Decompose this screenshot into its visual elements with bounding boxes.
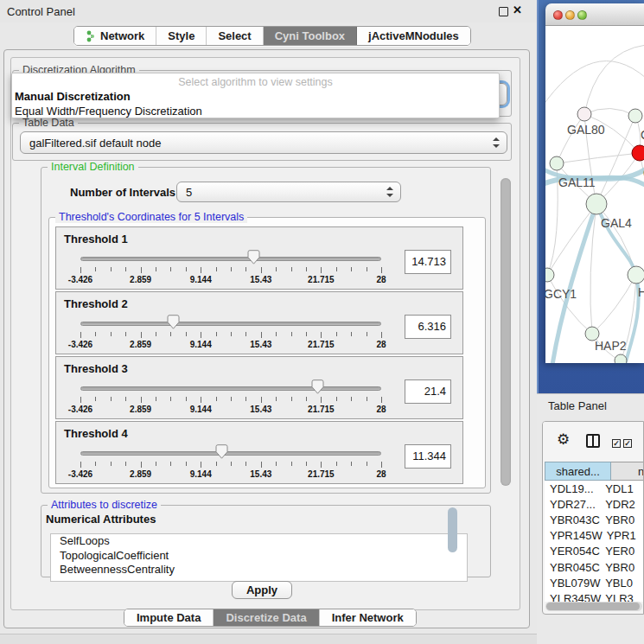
slider-tick — [125, 397, 126, 401]
close-traffic-light-icon[interactable] — [553, 10, 563, 20]
threshold-block-1: Threshold 1-3.4262.8599.14415.4321.71528… — [55, 226, 463, 290]
network-node-gal11[interactable] — [550, 156, 564, 170]
slider-tick-label: 2.859 — [130, 340, 151, 349]
threshold-value-field[interactable]: 21.4 — [405, 379, 451, 404]
slider-tick — [367, 267, 367, 271]
slider-tick — [80, 332, 81, 338]
attribute-list-item[interactable]: BetweennessCentrality — [51, 563, 467, 577]
slider-tick — [381, 397, 382, 403]
cell-name[interactable]: YPR1 — [603, 529, 644, 542]
float-icon[interactable] — [499, 7, 508, 16]
apply-button[interactable]: Apply — [232, 581, 292, 599]
slider-thumb[interactable] — [247, 250, 260, 265]
table-data-combobox[interactable]: galFiltered.sif default node — [20, 131, 507, 154]
table-row[interactable]: YBR043CYBR0 — [545, 512, 644, 527]
threshold-value-field[interactable]: 14.713 — [405, 250, 451, 274]
tab-cyni-toolbox[interactable]: Cyni Toolbox — [264, 27, 357, 45]
slider-tick-label: 2.859 — [130, 275, 151, 284]
slider-thumb[interactable] — [167, 315, 180, 329]
minimize-traffic-light-icon[interactable] — [565, 10, 575, 20]
threshold-value-field[interactable]: 6.316 — [405, 315, 451, 339]
tab-infer-network[interactable]: Infer Network — [320, 609, 416, 626]
network-node-ga[interactable] — [628, 109, 642, 123]
tab-impute-data[interactable]: Impute Data — [124, 609, 214, 626]
slider-thumb[interactable] — [215, 444, 228, 459]
slider-tick-label: -3.426 — [68, 405, 92, 414]
cell-name[interactable]: YLR3 — [601, 592, 644, 602]
split-columns-icon[interactable] — [586, 434, 600, 448]
cell-name[interactable]: YDL1 — [601, 482, 644, 495]
cell-shared-name[interactable]: YER054C — [545, 545, 601, 558]
threshold-label: Threshold 4 — [64, 427, 128, 440]
network-node-gal80[interactable] — [577, 107, 591, 121]
gear-icon[interactable]: ⚙ — [557, 432, 570, 447]
attribute-list-item[interactable]: TopologicalCoefficient — [51, 549, 467, 564]
tab-jactivemnodules[interactable]: jActiveMNodules — [357, 27, 470, 45]
slider-track[interactable] — [80, 451, 381, 456]
threshold-value-field[interactable]: 11.344 — [405, 444, 451, 469]
close-icon[interactable]: ✕ — [513, 3, 522, 16]
interval-definition-group: Interval Definition Number of Intervals … — [41, 167, 491, 494]
network-node-h[interactable] — [628, 266, 644, 284]
table-row[interactable]: YBR045CYBR0 — [545, 559, 644, 575]
table-row[interactable]: YER054CYER0 — [545, 544, 644, 559]
horizontal-scrollbar[interactable] — [545, 602, 642, 611]
cell-name[interactable]: YBL0 — [601, 577, 644, 590]
slider-tick — [245, 397, 246, 401]
checkbox-icon[interactable]: ✓ — [612, 439, 621, 448]
network-node[interactable] — [615, 354, 627, 363]
slider-thumb[interactable] — [311, 379, 324, 394]
network-node-gcy1[interactable] — [545, 268, 554, 282]
vertical-scrollbar[interactable] — [501, 178, 511, 486]
slider-track[interactable] — [80, 257, 381, 261]
slider-tick — [276, 462, 277, 466]
popup-option-equal-width[interactable]: Equal Width/Frequency Discretization — [15, 105, 202, 118]
network-window-titlebar[interactable] — [545, 3, 644, 26]
zoom-traffic-light-icon[interactable] — [577, 10, 587, 20]
slider-tick — [141, 397, 142, 403]
threshold-slider[interactable]: -3.4262.8599.14415.4321.71528 — [56, 315, 402, 354]
slider-tick — [80, 267, 81, 273]
cell-name[interactable]: YER0 — [601, 545, 644, 558]
cell-shared-name[interactable]: YPR145W — [545, 529, 603, 542]
threshold-slider[interactable]: -3.4262.8599.14415.4321.71528 — [56, 444, 402, 484]
threshold-slider[interactable]: -3.4262.8599.14415.4321.71528 — [56, 250, 402, 290]
tab-style[interactable]: Style — [156, 27, 207, 45]
slider-tick — [351, 462, 352, 466]
cell-name[interactable]: YBR0 — [601, 561, 644, 574]
table-data-value: galFiltered.sif default node — [29, 137, 161, 150]
table-row[interactable]: YDR27...YDR2 — [545, 496, 644, 512]
cell-shared-name[interactable]: YDL19... — [545, 482, 601, 495]
table-row[interactable]: YDL19...YDL1 — [545, 481, 644, 496]
column-header-name[interactable]: n — [611, 462, 644, 481]
popup-option-manual[interactable]: Manual Discretization — [15, 90, 131, 103]
column-header-shared[interactable]: shared... — [545, 462, 611, 481]
network-canvas[interactable]: GAL80GACGAL11GAL4GCY1HHAP2 — [545, 26, 644, 363]
tab-discretize-data[interactable]: Discretize Data — [214, 609, 319, 626]
numerical-attributes-list[interactable]: SelfLoopsTopologicalCoefficientBetweenne… — [50, 533, 468, 582]
num-intervals-combobox[interactable]: 5 — [176, 182, 401, 202]
slider-track[interactable] — [80, 386, 381, 391]
cell-shared-name[interactable]: YBL079W — [545, 577, 601, 590]
slider-track[interactable] — [80, 322, 381, 326]
attribute-list-item[interactable]: SelfLoops — [51, 534, 467, 549]
algorithm-dropdown-popup: Select algorithm to view settings Manual… — [11, 73, 500, 118]
list-scrollbar[interactable] — [448, 507, 457, 552]
network-node-gal4[interactable] — [586, 194, 607, 214]
cell-shared-name[interactable]: YLR345W — [545, 592, 601, 602]
tab-network[interactable]: Network — [74, 27, 156, 45]
top-tab-bar: Network Style Select Cyni Toolbox jActiv… — [73, 26, 471, 46]
threshold-slider[interactable]: -3.4262.8599.14415.4321.71528 — [56, 379, 402, 419]
cell-shared-name[interactable]: YDR27... — [545, 498, 601, 511]
table-row[interactable]: YPR145WYPR1 — [545, 528, 644, 544]
cell-name[interactable]: YBR0 — [601, 513, 644, 526]
cell-shared-name[interactable]: YBR045C — [545, 561, 601, 574]
checkbox-icon[interactable]: ✓ — [623, 439, 632, 448]
cell-shared-name[interactable]: YBR043C — [545, 513, 601, 526]
table-row[interactable]: YLR345WYLR3 — [545, 590, 644, 602]
table-body[interactable]: YDL19...YDL1YDR27...YDR2YBR043CYBR0YPR14… — [545, 481, 644, 602]
tab-select[interactable]: Select — [207, 27, 263, 45]
network-node-c[interactable] — [632, 145, 644, 161]
table-row[interactable]: YBL079WYBL0 — [545, 575, 644, 590]
cell-name[interactable]: YDR2 — [601, 498, 644, 511]
